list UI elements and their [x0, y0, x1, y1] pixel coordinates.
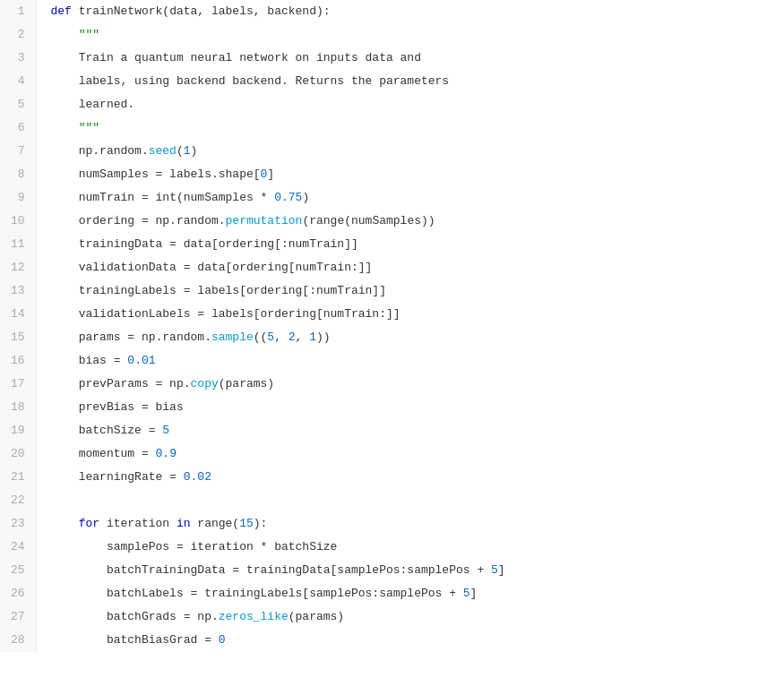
code-token: 1 [184, 144, 191, 158]
code-content[interactable] [36, 489, 784, 512]
code-content[interactable]: numTrain = int(numSamples * 0.75) [36, 186, 784, 210]
table-row: 26 batchLabels = trainingLabels[samplePo… [0, 582, 784, 605]
line-number: 28 [0, 629, 36, 652]
code-token: validationData = data[ordering[numTrain:… [51, 261, 373, 274]
code-token [51, 517, 79, 530]
line-number: 10 [0, 210, 36, 233]
code-token: range( [191, 517, 240, 530]
table-row: 16 bias = 0.01 [0, 349, 784, 373]
code-token: , [296, 330, 310, 344]
code-content[interactable]: trainingData = data[ordering[:numTrain]] [36, 233, 784, 256]
table-row: 18 prevBias = bias [0, 396, 784, 419]
code-token: batchSize = [51, 424, 163, 437]
line-number: 27 [0, 605, 36, 629]
code-token: seed [149, 144, 177, 158]
code-token: prevParams = np. [51, 377, 191, 390]
code-content[interactable]: bias = 0.01 [36, 349, 784, 373]
code-token: validationLabels = labels[ordering[numTr… [51, 307, 401, 321]
code-content[interactable]: for iteration in range(15): [36, 512, 784, 536]
line-number: 12 [0, 256, 36, 279]
line-number: 2 [0, 23, 36, 47]
table-row: 11 trainingData = data[ordering[:numTrai… [0, 233, 784, 256]
line-number: 6 [0, 116, 36, 140]
line-number: 5 [0, 93, 36, 116]
line-number: 8 [0, 163, 36, 186]
code-token: (params) [289, 610, 344, 623]
line-number: 21 [0, 466, 36, 489]
line-number: 20 [0, 442, 36, 466]
table-row: 4 labels, using backend backend. Returns… [0, 70, 784, 93]
code-token: zeros_like [219, 610, 289, 623]
code-content[interactable]: learned. [36, 93, 784, 116]
code-token: (range(numSamples)) [302, 214, 435, 227]
line-number: 16 [0, 349, 36, 373]
code-content[interactable]: trainingLabels = labels[ordering[:numTra… [36, 279, 784, 303]
code-token: labels, using backend backend. Returns t… [51, 74, 450, 88]
code-content[interactable]: ordering = np.random.permutation(range(n… [36, 210, 784, 233]
table-row: 20 momentum = 0.9 [0, 442, 784, 466]
code-token: samplePos = iteration * batchSize [51, 540, 338, 553]
code-token: )) [316, 330, 331, 344]
code-content[interactable]: batchTrainingData = trainingData[sampleP… [36, 559, 784, 582]
code-token: 0.75 [274, 191, 302, 204]
code-token: int(numSamples * [156, 191, 275, 204]
code-token [51, 28, 79, 41]
table-row: 21 learningRate = 0.02 [0, 466, 784, 489]
code-token: momentum = [51, 447, 156, 460]
code-content[interactable]: validationLabels = labels[ordering[numTr… [36, 303, 784, 326]
table-row: 6 """ [0, 116, 784, 140]
code-token: , [274, 330, 289, 344]
table-row: 12 validationData = data[ordering[numTra… [0, 256, 784, 279]
code-token: 5 [463, 587, 470, 600]
code-token: sample [211, 330, 254, 344]
table-row: 14 validationLabels = labels[ordering[nu… [0, 303, 784, 326]
code-content[interactable]: prevParams = np.copy(params) [36, 373, 784, 396]
table-row: 22 [0, 489, 784, 512]
code-token: trainNetwork(data, labels, backend): [79, 4, 331, 18]
code-content[interactable]: batchLabels = trainingLabels[samplePos:s… [36, 582, 784, 605]
code-token: Train a quantum neural network on inputs… [51, 51, 421, 64]
code-token: params = np.random. [51, 330, 211, 344]
code-content[interactable]: batchGrads = np.zeros_like(params) [36, 605, 784, 629]
code-content[interactable]: Train a quantum neural network on inputs… [36, 47, 784, 70]
line-number: 3 [0, 47, 36, 70]
table-row: 8 numSamples = labels.shape[0] [0, 163, 784, 186]
line-number: 4 [0, 70, 36, 93]
code-token: 0 [219, 633, 226, 647]
code-content[interactable]: momentum = 0.9 [36, 442, 784, 466]
code-content[interactable]: prevBias = bias [36, 396, 784, 419]
code-token: 0.02 [184, 470, 211, 484]
code-content[interactable]: np.random.seed(1) [36, 140, 784, 163]
table-row: 24 samplePos = iteration * batchSize [0, 536, 784, 559]
table-row: 13 trainingLabels = labels[ordering[:num… [0, 279, 784, 303]
code-content[interactable]: """ [36, 23, 784, 47]
code-token: ordering = np.random. [51, 214, 226, 227]
code-content[interactable]: params = np.random.sample((5, 2, 1)) [36, 326, 784, 349]
code-content[interactable]: samplePos = iteration * batchSize [36, 536, 784, 559]
code-content[interactable]: batchSize = 5 [36, 419, 784, 442]
code-token: copy [191, 377, 219, 390]
code-token: ( [177, 144, 184, 158]
code-token: 5 [491, 563, 498, 577]
code-content[interactable]: learningRate = 0.02 [36, 466, 784, 489]
code-content[interactable]: numSamples = labels.shape[0] [36, 163, 784, 186]
code-content[interactable]: """ [36, 116, 784, 140]
line-number: 23 [0, 512, 36, 536]
code-content[interactable]: validationData = data[ordering[numTrain:… [36, 256, 784, 279]
code-token: 15 [239, 517, 254, 530]
code-content[interactable]: def trainNetwork(data, labels, backend): [36, 0, 784, 23]
code-token: ): [254, 517, 268, 530]
code-content[interactable]: labels, using backend backend. Returns t… [36, 70, 784, 93]
table-row: 1def trainNetwork(data, labels, backend)… [0, 0, 784, 23]
table-row: 17 prevParams = np.copy(params) [0, 373, 784, 396]
line-number: 25 [0, 559, 36, 582]
code-token: numSamples = labels.shape[ [51, 167, 261, 181]
line-number: 1 [0, 0, 36, 23]
code-token: prevBias = bias [51, 400, 184, 414]
line-number: 9 [0, 186, 36, 210]
line-number: 7 [0, 140, 36, 163]
code-token: permutation [226, 214, 303, 227]
code-token: batchLabels = trainingLabels[samplePos:s… [51, 587, 463, 600]
table-row: 27 batchGrads = np.zeros_like(params) [0, 605, 784, 629]
code-content[interactable]: batchBiasGrad = 0 [36, 629, 784, 652]
